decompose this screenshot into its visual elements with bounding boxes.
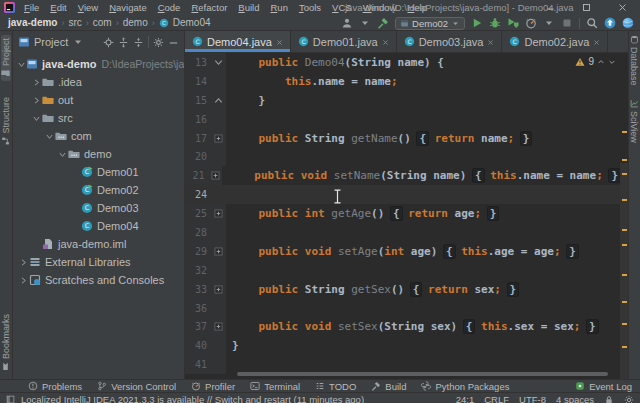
run-button[interactable] bbox=[471, 17, 483, 29]
collapse-all-icon[interactable] bbox=[133, 37, 144, 48]
menu-code[interactable]: Code bbox=[153, 0, 186, 15]
search-everywhere-icon[interactable] bbox=[586, 17, 598, 29]
warning-stripe-mark[interactable] bbox=[622, 159, 627, 161]
menu-tools[interactable]: Tools bbox=[294, 0, 326, 15]
avatar-dropdown-caret-icon[interactable] bbox=[359, 17, 371, 29]
toolwindow-button-build[interactable]: Build bbox=[371, 381, 406, 392]
menu-view[interactable]: View bbox=[73, 0, 103, 15]
tree-item-out[interactable]: out bbox=[13, 91, 184, 109]
line-number[interactable]: 41 bbox=[185, 355, 211, 374]
breadcrumb-item-java-demo[interactable]: java-demo bbox=[8, 17, 57, 28]
line-number[interactable]: 13 bbox=[185, 53, 211, 72]
line-number[interactable]: 17 bbox=[185, 129, 211, 148]
toolwindow-button-problems[interactable]: Problems bbox=[28, 381, 82, 392]
tree-item-External Libraries[interactable]: External Libraries bbox=[13, 253, 184, 271]
tree-item-demo[interactable]: demo bbox=[13, 145, 184, 163]
warning-stripe-mark[interactable] bbox=[622, 323, 627, 325]
editor-line-14[interactable]: 14 this.name = name; bbox=[185, 72, 620, 91]
menu-edit[interactable]: Edit bbox=[45, 0, 71, 15]
inspections-profile-icon[interactable] bbox=[624, 395, 634, 403]
tree-chevron-icon[interactable] bbox=[56, 150, 68, 159]
line-separator-widget[interactable]: CRLF bbox=[484, 394, 509, 403]
fold-marker-icon[interactable] bbox=[209, 166, 222, 185]
tab-close-icon[interactable] bbox=[276, 36, 283, 48]
breadcrumb-item-Demo04[interactable]: Demo04 bbox=[173, 17, 211, 28]
line-number[interactable]: 36 bbox=[185, 299, 211, 318]
warning-stripe-mark[interactable] bbox=[622, 274, 627, 276]
toolwindow-button-event-log[interactable]: Event Log bbox=[575, 381, 632, 392]
stripe-button-project[interactable]: Project bbox=[1, 35, 11, 81]
line-number[interactable]: 14 bbox=[185, 72, 211, 91]
toolwindow-switcher-icon[interactable] bbox=[6, 395, 15, 403]
toolwindow-button-version-control[interactable]: Version Control bbox=[97, 381, 176, 392]
tab-close-icon[interactable] bbox=[487, 36, 494, 48]
tree-chevron-icon[interactable] bbox=[30, 96, 42, 105]
hide-toolwindow-icon[interactable] bbox=[168, 37, 179, 48]
line-number[interactable]: 25 bbox=[185, 204, 211, 223]
error-stripe[interactable] bbox=[620, 53, 628, 379]
fold-marker-icon[interactable] bbox=[211, 53, 226, 72]
tree-chevron-icon[interactable] bbox=[43, 132, 55, 141]
line-number[interactable]: 20 bbox=[185, 147, 211, 166]
editor-line-29[interactable]: 29 public void setAge(int age) { this.ag… bbox=[185, 242, 620, 261]
warning-stripe-mark[interactable] bbox=[622, 244, 627, 246]
expand-all-icon[interactable] bbox=[118, 37, 129, 48]
fold-marker-icon[interactable] bbox=[211, 91, 226, 110]
line-number[interactable]: 28 bbox=[185, 223, 211, 242]
tree-item-java-demo.iml[interactable]: java-demo.iml bbox=[13, 235, 184, 253]
editor-line-25[interactable]: 25 public int getAge() { return age; } bbox=[185, 204, 620, 223]
menu-build[interactable]: Build bbox=[233, 0, 264, 15]
coverage-button[interactable] bbox=[507, 17, 519, 29]
tree-item-Demo02[interactable]: CDemo02 bbox=[13, 181, 184, 199]
tree-item-com[interactable]: com bbox=[13, 127, 184, 145]
project-view-caret-icon[interactable] bbox=[72, 36, 84, 48]
profiler-caret-icon[interactable] bbox=[543, 17, 555, 29]
tab-close-icon[interactable] bbox=[382, 36, 389, 48]
code-with-me-icon[interactable] bbox=[622, 17, 634, 29]
run-configuration-select[interactable]: Demo02 bbox=[395, 17, 465, 30]
line-number[interactable]: 29 bbox=[185, 242, 211, 261]
tab-Demo01.java[interactable]: CDemo01.java bbox=[291, 31, 397, 52]
toolwindow-button-profiler[interactable]: Profiler bbox=[191, 381, 235, 392]
toolwindow-button-python-packages[interactable]: Python Packages bbox=[421, 381, 509, 392]
stripe-button-bookmarks[interactable]: Bookmarks bbox=[1, 314, 11, 371]
tree-item-.idea[interactable]: .idea bbox=[13, 73, 184, 91]
encoding-widget[interactable]: UTF-8 bbox=[519, 394, 546, 403]
editor-horizontal-scrollbar[interactable] bbox=[237, 372, 608, 376]
build-hammer-icon[interactable] bbox=[377, 17, 389, 29]
editor-line-15[interactable]: 15 } bbox=[185, 91, 620, 110]
tree-chevron-icon[interactable] bbox=[17, 60, 26, 69]
warning-stripe-mark[interactable] bbox=[622, 301, 627, 303]
tree-item-Scratches and Consoles[interactable]: Scratches and Consoles bbox=[13, 271, 184, 289]
tree-chevron-icon[interactable] bbox=[17, 276, 29, 285]
line-number[interactable]: 37 bbox=[185, 317, 211, 336]
warning-stripe-mark[interactable] bbox=[622, 229, 627, 231]
editor-line-16[interactable]: 16 bbox=[185, 110, 620, 129]
tree-chevron-icon[interactable] bbox=[17, 258, 29, 267]
prev-warning-chevron-icon[interactable] bbox=[597, 58, 605, 66]
line-number[interactable]: 33 bbox=[185, 280, 211, 299]
close-button[interactable] bbox=[604, 0, 640, 15]
next-warning-chevron-icon[interactable] bbox=[608, 58, 616, 66]
menu-refactor[interactable]: Refactor bbox=[186, 0, 232, 15]
editor-line-36[interactable]: 36 bbox=[185, 299, 620, 318]
breadcrumb-item-com[interactable]: com bbox=[93, 17, 112, 28]
tree-item-src[interactable]: src bbox=[13, 109, 184, 127]
tree-item-Demo04[interactable]: CDemo04 bbox=[13, 217, 184, 235]
line-number[interactable]: 21 bbox=[185, 166, 209, 185]
profile-avatar-icon[interactable] bbox=[341, 17, 353, 29]
code-editor[interactable]: 13 public Demo04(String name) {14 this.n… bbox=[185, 53, 628, 379]
editor-line-21[interactable]: 21 public void setName(String name) { th… bbox=[185, 166, 620, 185]
locate-file-icon[interactable] bbox=[103, 37, 114, 48]
warning-stripe-mark[interactable] bbox=[622, 173, 627, 175]
editor-line-40[interactable]: 40} bbox=[185, 336, 620, 355]
tab-Demo04.java[interactable]: CDemo04.java bbox=[185, 31, 291, 52]
editor-line-32[interactable]: 32 bbox=[185, 261, 620, 280]
line-number[interactable]: 40 bbox=[185, 336, 211, 355]
warning-stripe-mark[interactable] bbox=[622, 346, 627, 348]
ide-update-icon[interactable] bbox=[604, 17, 616, 29]
indent-widget[interactable]: 4 spaces bbox=[556, 394, 594, 403]
toolwindow-button-todo[interactable]: TODO bbox=[315, 381, 356, 392]
tree-chevron-icon[interactable] bbox=[30, 114, 42, 123]
menu-navigate[interactable]: Navigate bbox=[104, 0, 152, 15]
